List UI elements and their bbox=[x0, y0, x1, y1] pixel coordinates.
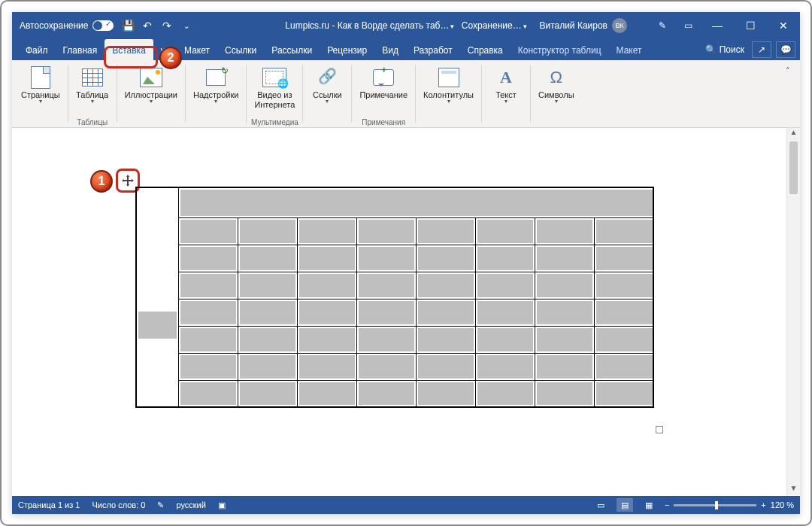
save-icon[interactable]: 💾 bbox=[121, 19, 135, 32]
table-cell[interactable] bbox=[475, 272, 535, 299]
table-cell[interactable] bbox=[178, 299, 238, 326]
table-cell[interactable] bbox=[356, 353, 416, 380]
table-cell[interactable] bbox=[475, 380, 535, 407]
comments-toggle-button[interactable]: 💬 bbox=[776, 41, 795, 58]
table-cell[interactable] bbox=[475, 326, 535, 353]
table-cell[interactable] bbox=[535, 380, 594, 407]
pen-input-icon[interactable]: ✎ bbox=[650, 12, 675, 39]
redo-icon[interactable]: ↷ bbox=[160, 19, 174, 32]
zoom-control[interactable]: − + 120 % bbox=[665, 500, 794, 509]
table-cell[interactable] bbox=[594, 326, 653, 353]
table-cell[interactable] bbox=[416, 217, 475, 245]
word-count[interactable]: Число слов: 0 bbox=[92, 500, 145, 509]
table-cell[interactable] bbox=[535, 353, 594, 380]
table-cell[interactable] bbox=[356, 217, 416, 245]
table-cell[interactable] bbox=[535, 299, 594, 326]
table-cell[interactable] bbox=[594, 217, 653, 245]
undo-icon[interactable]: ↶ bbox=[141, 19, 154, 32]
table-cell[interactable] bbox=[297, 217, 356, 245]
table-cell[interactable] bbox=[416, 299, 475, 326]
table-cell[interactable] bbox=[535, 326, 594, 353]
tab-developer[interactable]: Разработ bbox=[406, 39, 460, 60]
table-cell[interactable] bbox=[475, 299, 535, 326]
table-cell[interactable] bbox=[178, 380, 238, 407]
pages-button[interactable]: Страницы▾ bbox=[17, 63, 65, 103]
word-table[interactable] bbox=[135, 187, 654, 408]
autosave-toggle[interactable]: ✓ bbox=[92, 20, 114, 31]
table-cell[interactable] bbox=[535, 217, 594, 245]
table-cell[interactable] bbox=[416, 272, 475, 299]
avatar[interactable]: ВК bbox=[612, 18, 627, 33]
page-indicator[interactable]: Страница 1 из 1 bbox=[18, 500, 80, 509]
table-cell[interactable] bbox=[297, 272, 356, 299]
zoom-slider[interactable] bbox=[674, 504, 756, 506]
view-focus-button[interactable]: ▭ bbox=[592, 498, 609, 512]
online-video-button[interactable]: Видео из Интернета bbox=[250, 63, 299, 109]
table-cell[interactable] bbox=[238, 272, 297, 299]
tab-insert[interactable]: Вставка bbox=[105, 39, 153, 60]
symbols-button[interactable]: Ω Символы▾ bbox=[534, 63, 579, 103]
table-button[interactable]: Таблица▾ bbox=[71, 63, 114, 103]
table-cell[interactable] bbox=[594, 299, 653, 326]
tab-table-design[interactable]: Конструктор таблиц bbox=[511, 39, 609, 60]
table-cell[interactable] bbox=[475, 353, 535, 380]
table-cell[interactable] bbox=[594, 353, 653, 380]
zoom-level[interactable]: 120 % bbox=[771, 500, 794, 509]
view-print-button[interactable]: ▤ bbox=[617, 498, 633, 512]
proofing-icon[interactable]: ✎ bbox=[157, 500, 164, 510]
table-cell[interactable] bbox=[356, 272, 416, 299]
table-cell[interactable] bbox=[535, 272, 594, 299]
table-cell[interactable] bbox=[178, 353, 238, 380]
table-cell[interactable] bbox=[238, 245, 297, 272]
scroll-up-icon[interactable]: ▲ bbox=[787, 128, 800, 140]
qat-customize-icon[interactable]: ⌄ bbox=[180, 19, 193, 32]
tab-review[interactable]: Рецензир bbox=[320, 39, 374, 60]
illustrations-button[interactable]: Иллюстрации▾ bbox=[120, 63, 182, 103]
table-cell[interactable] bbox=[416, 245, 475, 272]
table-cell[interactable] bbox=[594, 245, 653, 272]
table-cell[interactable] bbox=[416, 326, 475, 353]
tab-view[interactable]: Вид bbox=[374, 39, 406, 60]
tab-help[interactable]: Справка bbox=[460, 39, 511, 60]
table-cell[interactable] bbox=[178, 245, 238, 272]
table-cell[interactable] bbox=[535, 245, 594, 272]
macro-recording-icon[interactable]: ▣ bbox=[218, 500, 226, 510]
table-cell[interactable] bbox=[238, 217, 297, 245]
table-cell[interactable] bbox=[136, 187, 178, 407]
table-cell[interactable] bbox=[475, 245, 535, 272]
table-cell[interactable] bbox=[178, 187, 653, 217]
table-cell[interactable] bbox=[594, 380, 653, 407]
text-button[interactable]: A Текст▾ bbox=[485, 63, 527, 103]
table-cell[interactable] bbox=[178, 272, 238, 299]
table-resize-handle[interactable] bbox=[656, 426, 663, 433]
view-web-button[interactable]: ▦ bbox=[641, 498, 657, 512]
tab-references[interactable]: Ссылки bbox=[217, 39, 264, 60]
table-row[interactable] bbox=[136, 353, 653, 380]
table-row[interactable] bbox=[136, 326, 653, 353]
table-row[interactable] bbox=[136, 187, 653, 217]
table-cell[interactable] bbox=[594, 272, 653, 299]
links-button[interactable]: Ссылки▾ bbox=[306, 63, 348, 103]
language-indicator[interactable]: русский bbox=[176, 500, 205, 509]
share-button[interactable]: ↗ bbox=[752, 41, 771, 58]
table-row[interactable] bbox=[136, 299, 653, 326]
table-cell[interactable] bbox=[238, 380, 297, 407]
zoom-out-icon[interactable]: − bbox=[665, 500, 669, 509]
table-cell[interactable] bbox=[297, 299, 356, 326]
comment-button[interactable]: + Примечание bbox=[355, 63, 412, 100]
ribbon-display-icon[interactable]: ▭ bbox=[675, 12, 701, 39]
table-cell[interactable] bbox=[356, 299, 416, 326]
maximize-button[interactable]: ☐ bbox=[734, 12, 767, 39]
scroll-thumb[interactable] bbox=[789, 141, 798, 194]
headers-footers-button[interactable]: Колонтитулы▾ bbox=[419, 63, 478, 103]
table-row[interactable] bbox=[136, 272, 653, 299]
close-button[interactable]: ✕ bbox=[767, 12, 800, 39]
table-cell[interactable] bbox=[356, 245, 416, 272]
table-cell[interactable] bbox=[356, 380, 416, 407]
table-cell[interactable] bbox=[356, 326, 416, 353]
tab-file[interactable]: Файл bbox=[18, 39, 56, 60]
table-cell[interactable] bbox=[238, 326, 297, 353]
table-cell[interactable] bbox=[238, 353, 297, 380]
tab-table-layout[interactable]: Макет bbox=[609, 39, 650, 60]
table-row[interactable] bbox=[136, 217, 653, 245]
